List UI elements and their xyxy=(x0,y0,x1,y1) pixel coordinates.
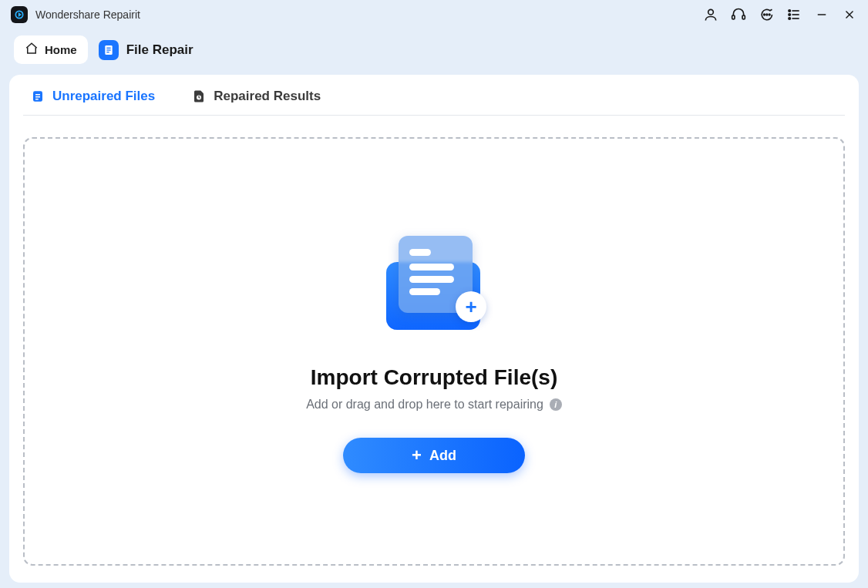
drop-title: Import Corrupted File(s) xyxy=(311,365,557,390)
support-icon[interactable] xyxy=(731,7,746,22)
svg-point-6 xyxy=(769,14,770,15)
tab-unrepaired-label: Unrepaired Files xyxy=(52,89,155,104)
plus-icon: + xyxy=(456,291,486,322)
svg-rect-23 xyxy=(35,99,39,100)
svg-rect-21 xyxy=(35,94,40,96)
tab-repaired[interactable]: Repaired Results xyxy=(192,89,321,104)
home-icon xyxy=(25,42,39,58)
tabs: Unrepaired Files Repaired Results xyxy=(23,87,845,116)
svg-rect-18 xyxy=(106,49,110,50)
plus-icon: + xyxy=(412,447,422,464)
app-title: Wondershare Repairit xyxy=(35,8,140,21)
unrepaired-icon xyxy=(31,89,45,103)
menu-icon[interactable] xyxy=(786,7,802,22)
tab-unrepaired[interactable]: Unrepaired Files xyxy=(31,89,155,104)
feedback-icon[interactable] xyxy=(759,7,774,22)
close-icon[interactable] xyxy=(842,7,857,22)
svg-point-1 xyxy=(708,9,714,15)
svg-point-5 xyxy=(766,14,768,15)
svg-point-7 xyxy=(789,10,790,12)
add-button[interactable]: + Add xyxy=(343,438,525,473)
add-button-label: Add xyxy=(429,448,456,464)
svg-rect-2 xyxy=(732,15,735,19)
minimize-icon[interactable] xyxy=(814,7,829,22)
app-logo xyxy=(11,6,28,23)
import-illustration: + xyxy=(372,230,496,345)
home-button[interactable]: Home xyxy=(14,35,88,64)
svg-point-11 xyxy=(789,18,790,20)
svg-rect-19 xyxy=(106,52,109,52)
svg-rect-3 xyxy=(742,15,745,19)
tab-repaired-label: Repaired Results xyxy=(214,89,321,104)
svg-rect-17 xyxy=(106,47,110,48)
info-icon[interactable]: i xyxy=(550,398,562,411)
svg-rect-22 xyxy=(35,96,40,98)
svg-point-4 xyxy=(764,14,765,15)
dropzone[interactable]: + Import Corrupted File(s) Add or drag a… xyxy=(23,137,845,566)
section-title: File Repair xyxy=(126,42,193,58)
repaired-icon xyxy=(192,89,206,103)
main-panel: Unrepaired Files Repaired Results + Impo… xyxy=(9,75,859,583)
account-icon[interactable] xyxy=(703,7,718,22)
drop-subtitle: Add or drag and drop here to start repai… xyxy=(306,398,562,412)
section-file-repair: File Repair xyxy=(99,40,193,60)
svg-point-9 xyxy=(789,14,790,16)
home-label: Home xyxy=(45,43,77,56)
file-repair-icon xyxy=(99,40,119,60)
